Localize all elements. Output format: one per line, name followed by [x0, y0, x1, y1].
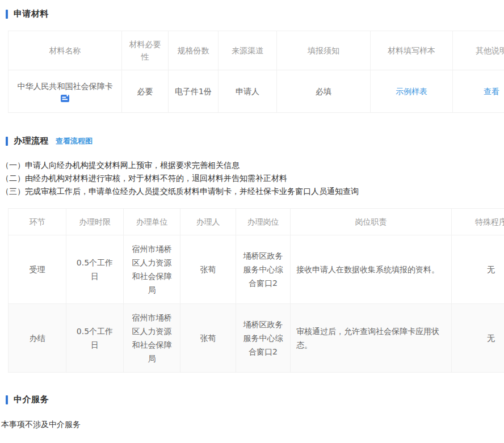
- special-cell: 无: [452, 304, 504, 373]
- person-cell: 张荀: [180, 304, 236, 373]
- process-row-accept: 受理 0.5个工作日 宿州市埇桥区人力资源和社会保障局 张荀 埇桥区政务服务中心…: [9, 235, 504, 304]
- process-table-header-row: 环节 办理时限 办理单位 办理人 办理岗位 岗位职责 特殊程序: [9, 209, 504, 235]
- flow-step-1: （一）申请人向经办机构提交材料网上预审，根据要求完善相关信息: [1, 159, 504, 172]
- post-cell: 埇桥区政务服务中心综合窗口2: [236, 235, 291, 304]
- material-necessity-cell: 必要: [122, 70, 169, 113]
- time-cell: 0.5个工作日: [66, 235, 124, 304]
- duty-cell: 接收申请人在数据收集系统填报的资料。: [291, 235, 452, 304]
- material-notice-cell: 必填: [277, 70, 371, 113]
- materials-table: 材料名称 材料必要性 规格份数 来源渠道 填报须知 材料填写样本 其他说明 中华…: [8, 31, 504, 113]
- col-step: 环节: [9, 209, 66, 235]
- intermediary-section-title: 中介服务: [14, 394, 49, 405]
- process-section-title: 办理流程: [14, 136, 49, 146]
- intermediary-section-header: 中介服务: [6, 394, 504, 405]
- material-name-cell: 中华人民共和国社会保障卡: [9, 70, 122, 113]
- flow-step-3: （三）完成审核工作后，申请单位经办人员提交纸质材料申请制卡，并经社保卡业务窗口人…: [1, 185, 504, 198]
- unit-cell: 宿州市埇桥区人力资源和社会保障局: [124, 304, 180, 373]
- card-icon[interactable]: [60, 94, 70, 103]
- col-special: 特殊程序: [452, 209, 504, 235]
- col-handler: 办理人: [180, 209, 236, 235]
- flowchart-link[interactable]: 查看流程图: [56, 136, 93, 146]
- post-cell: 埇桥区政务服务中心综合窗口2: [236, 304, 291, 373]
- col-filling-notice: 填报须知: [277, 31, 371, 70]
- step-cell: 办结: [9, 304, 66, 373]
- view-link[interactable]: 查看: [484, 87, 499, 96]
- intermediary-note: 本事项不涉及中介服务: [1, 420, 504, 430]
- process-row-complete: 办结 0.5个工作日 宿州市埇桥区人力资源和社会保障局 张荀 埇桥区政务服务中心…: [9, 304, 504, 373]
- material-spec-cell: 电子件1份: [169, 70, 219, 113]
- col-sample: 材料填写样本: [371, 31, 453, 70]
- material-other-cell: 查看: [453, 70, 504, 113]
- col-source-channel: 来源渠道: [219, 31, 277, 70]
- material-source-cell: 申请人: [219, 70, 277, 113]
- flow-steps: （一）申请人向经办机构提交材料网上预审，根据要求完善相关信息 （二）由经办机构对…: [1, 159, 504, 198]
- step-cell: 受理: [9, 235, 66, 304]
- material-sample-cell: 示例样表: [371, 70, 453, 113]
- unit-cell: 宿州市埇桥区人力资源和社会保障局: [124, 235, 180, 304]
- col-other-notes: 其他说明: [453, 31, 504, 70]
- process-section-header: 办理流程 查看流程图: [6, 136, 504, 146]
- materials-section-header: 申请材料: [6, 9, 504, 19]
- col-time-limit: 办理时限: [66, 209, 124, 235]
- section-marker: [6, 395, 8, 404]
- col-spec-copies: 规格份数: [169, 31, 219, 70]
- col-post: 办理岗位: [236, 209, 291, 235]
- section-marker: [6, 10, 8, 19]
- time-cell: 0.5个工作日: [66, 304, 124, 373]
- col-unit: 办理单位: [124, 209, 180, 235]
- materials-section-title: 申请材料: [14, 9, 49, 19]
- sample-link[interactable]: 示例样表: [396, 87, 427, 96]
- section-marker: [6, 137, 8, 146]
- col-material-name: 材料名称: [9, 31, 122, 70]
- col-necessity: 材料必要性: [122, 31, 169, 70]
- duty-cell: 审核通过后，允许查询社会保障卡应用状态。: [291, 304, 452, 373]
- process-table: 环节 办理时限 办理单位 办理人 办理岗位 岗位职责 特殊程序 受理 0.5个工…: [8, 208, 504, 373]
- material-name-text: 中华人民共和国社会保障卡: [18, 80, 113, 92]
- materials-table-header-row: 材料名称 材料必要性 规格份数 来源渠道 填报须知 材料填写样本 其他说明: [9, 31, 504, 70]
- special-cell: 无: [452, 235, 504, 304]
- service-detail-page: 申请材料 材料名称 材料必要性 规格份数 来源渠道 填报须知 材料填写样本 其他…: [0, 0, 504, 443]
- person-cell: 张荀: [180, 235, 236, 304]
- flow-step-2: （二）由经办机构对材料进行审核，对于材料不符的，退回材料并告知需补正材料: [1, 172, 504, 185]
- col-duty: 岗位职责: [291, 209, 452, 235]
- material-row: 中华人民共和国社会保障卡 必要 电子件1份 申请人: [9, 70, 504, 113]
